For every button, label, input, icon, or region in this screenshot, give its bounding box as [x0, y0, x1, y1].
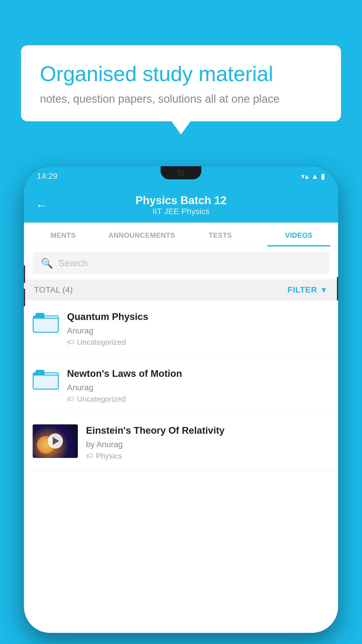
status-time: 14:29 — [37, 172, 57, 181]
video-title: Newton's Laws of Motion — [67, 368, 329, 380]
filter-label: FILTER — [287, 285, 317, 295]
header-title-block: Physics Batch 12 IIT JEE Physics — [57, 194, 305, 216]
video-author: Anurag — [67, 383, 329, 392]
video-title: Quantum Physics — [67, 311, 329, 323]
phone-mockup: 14:29 ▾▴ ▲ ▮ ← Physics Batch 12 IIT JEE … — [24, 166, 338, 633]
tag-label: Uncategorized — [77, 395, 126, 404]
video-thumbnail — [33, 424, 78, 458]
list-item[interactable]: Newton's Laws of Motion Anurag 🏷 Uncateg… — [24, 357, 338, 414]
volume-up-button[interactable] — [24, 265, 25, 283]
folder-icon — [33, 368, 59, 391]
total-count: TOTAL (4) — [34, 285, 73, 295]
bubble-title: Organised study material — [40, 61, 322, 86]
battery-icon: ▮ — [321, 172, 325, 181]
header-title: Physics Batch 12 — [57, 194, 305, 207]
filter-button[interactable]: FILTER ▼ — [287, 285, 328, 295]
header-subtitle: IIT JEE Physics — [57, 207, 305, 216]
by-prefix: by — [86, 440, 95, 449]
video-tag: 🏷 Physics — [86, 452, 329, 461]
filter-bar: TOTAL (4) FILTER ▼ — [24, 279, 338, 300]
search-placeholder: Search — [58, 258, 88, 269]
signal-icon: ▲ — [311, 172, 319, 181]
tag-icon: 🏷 — [67, 395, 74, 403]
speech-bubble: Organised study material notes, question… — [21, 45, 341, 121]
svg-rect-1 — [33, 318, 58, 332]
list-item[interactable]: Einstein's Theory Of Relativity by Anura… — [24, 414, 338, 471]
power-button[interactable] — [337, 277, 338, 300]
video-author: by Anurag — [86, 440, 329, 449]
play-icon — [53, 437, 59, 445]
tag-icon: 🏷 — [67, 338, 74, 346]
play-button[interactable] — [48, 433, 63, 449]
tag-label: Uncategorized — [77, 338, 126, 347]
tab-ments[interactable]: MENTS — [24, 223, 103, 246]
tabs-bar: MENTS ANNOUNCEMENTS TESTS VIDEOS — [24, 223, 338, 247]
camera — [178, 170, 184, 176]
filter-icon: ▼ — [320, 286, 328, 295]
search-icon: 🔍 — [41, 257, 53, 269]
phone-screen: ← Physics Batch 12 IIT JEE Physics MENTS… — [24, 186, 338, 633]
video-info: Newton's Laws of Motion Anurag 🏷 Uncateg… — [67, 368, 329, 404]
search-bar[interactable]: 🔍 Search — [33, 252, 329, 274]
author-name: Anurag — [96, 440, 123, 449]
list-item[interactable]: Quantum Physics Anurag 🏷 Uncategorized — [24, 300, 338, 357]
status-bar: 14:29 ▾▴ ▲ ▮ — [24, 166, 338, 186]
tab-announcements[interactable]: ANNOUNCEMENTS — [103, 223, 181, 246]
volume-down-button[interactable] — [24, 289, 25, 306]
video-info: Quantum Physics Anurag 🏷 Uncategorized — [67, 311, 329, 347]
video-list: Quantum Physics Anurag 🏷 Uncategorized — [24, 300, 338, 471]
back-button[interactable]: ← — [36, 198, 48, 212]
tab-videos[interactable]: VIDEOS — [260, 223, 338, 246]
svg-rect-2 — [36, 313, 44, 317]
tag-icon: 🏷 — [86, 452, 93, 460]
video-tag: 🏷 Uncategorized — [67, 395, 329, 404]
svg-rect-5 — [36, 370, 44, 374]
tag-label: Physics — [96, 452, 122, 461]
video-info: Einstein's Theory Of Relativity by Anura… — [86, 424, 329, 461]
app-header: ← Physics Batch 12 IIT JEE Physics — [24, 186, 338, 223]
search-bar-container: 🔍 Search — [24, 247, 338, 279]
video-tag: 🏷 Uncategorized — [67, 338, 329, 347]
video-title: Einstein's Theory Of Relativity — [86, 424, 329, 437]
folder-icon — [33, 311, 59, 334]
speech-bubble-container: Organised study material notes, question… — [21, 45, 341, 121]
wifi-icon: ▾▴ — [301, 172, 309, 181]
status-icons: ▾▴ ▲ ▮ — [301, 172, 325, 181]
tab-tests[interactable]: TESTS — [181, 223, 260, 246]
video-author: Anurag — [67, 326, 329, 335]
svg-rect-4 — [33, 375, 58, 389]
phone-notch — [161, 166, 201, 179]
bubble-subtitle: notes, question papers, solutions all at… — [40, 93, 322, 105]
